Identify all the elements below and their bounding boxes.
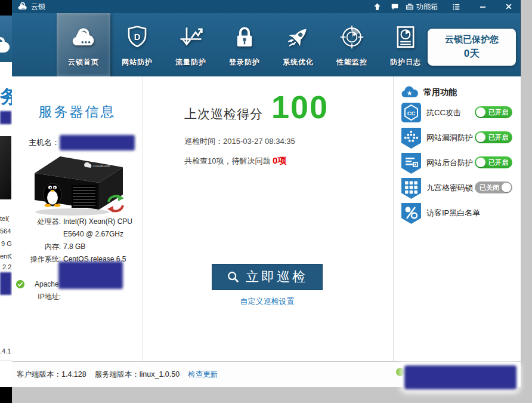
cloud-lock-icon: [18, 2, 27, 11]
tab-protection-logs[interactable]: 防护日志: [379, 13, 432, 76]
cloud-lock-icon: [0, 42, 10, 53]
backend-shield-icon: [401, 153, 421, 174]
desktop-background: [521, 0, 532, 403]
feature-ip-blacklist-whitelist[interactable]: 访客IP黑白名单: [394, 202, 521, 226]
tab-system-optimization[interactable]: 系统优化: [271, 13, 325, 76]
cc-attack-icon: CC: [401, 103, 421, 122]
feature-anti-cc[interactable]: CC 抗CC攻击 已开启: [394, 101, 521, 125]
magnifier-icon: [227, 270, 240, 284]
quick-functions-panel: ★ 常用功能 CC 抗CC攻击 已开启: [393, 76, 521, 361]
inspection-panel: 上次巡检得分 100 巡检时间：2015-03-27 08:34:35 共检查1…: [144, 76, 392, 361]
close-button[interactable]: [501, 1, 516, 13]
feedback-chat-icon[interactable]: [387, 1, 403, 13]
score-value: 100: [271, 91, 329, 123]
badge-days: 0天: [464, 47, 480, 60]
cloud-star-icon: ★: [401, 86, 419, 99]
tab-label: 系统优化: [283, 57, 314, 67]
inspection-summary: 共检查10项，待解决问题 0项: [184, 155, 286, 167]
tab-website-protection[interactable]: D 网站防护: [110, 13, 164, 76]
tab-label: 网站防护: [122, 57, 153, 67]
cpu-row: 处理器: Intel(R) Xeon(R) CPU E5640 @ 2.67GH…: [17, 216, 139, 241]
memory-label: 内存:: [17, 241, 61, 253]
feature-pattern-lock[interactable]: 九宫格密码锁 已关闭: [394, 177, 521, 201]
toggle-pattern-lock[interactable]: 已关闭: [475, 181, 512, 193]
tab-login-protection[interactable]: 登录防护: [218, 13, 271, 76]
toggle-knob: [476, 158, 485, 167]
tab-home[interactable]: 云锁首页: [57, 13, 110, 76]
tab-label: 防护日志: [390, 57, 421, 67]
feature-vulnerability-protection[interactable]: 网站漏洞防护 已开启: [394, 127, 521, 150]
server-detail-rows: 处理器: Intel(R) Xeon(R) CPU E5640 @ 2.67GH…: [17, 216, 139, 303]
background-window-navbar: [0, 16, 12, 62]
statusbar: 客户端版本：1.4.128服务端版本：linux_1.0.50检查更新: [12, 361, 521, 387]
statusbar-redaction-box: [404, 365, 516, 389]
memory-value: 7.8 GB: [63, 241, 139, 253]
toggle-knob: [502, 183, 511, 192]
cpu-value: Intel(R) Xeon(R) CPU E5640 @ 2.67GHz: [63, 216, 139, 241]
background-window-fragment: .4.1: [0, 347, 11, 355]
protection-days-badge: 云锁已保护您 0天: [428, 29, 516, 66]
pending-issues-count: 0项: [273, 155, 286, 165]
radar-icon: [339, 21, 364, 53]
toolbox-button[interactable]: 功能箱: [405, 1, 438, 13]
server-info-title: 服务器信息: [12, 103, 143, 121]
toggle-knob: [476, 107, 485, 117]
feature-label: 九宫格密码锁: [426, 183, 473, 193]
svg-text:D: D: [134, 32, 141, 42]
quick-functions-title: 常用功能: [423, 87, 457, 98]
server-version: linux_1.0.50: [140, 370, 180, 379]
titlebar-buttons: 功能箱: [369, 1, 520, 13]
divider: [0, 361, 12, 361]
tab-traffic-protection[interactable]: 流量防护: [164, 13, 218, 76]
padlock-icon: [232, 21, 257, 53]
minimize-button[interactable]: [475, 1, 490, 13]
background-window-fragment: entC: [0, 253, 12, 260]
check-update-link[interactable]: 检查更新: [188, 370, 218, 379]
toolbox-icon: [405, 2, 415, 11]
feature-label: 网站后台防护: [426, 158, 473, 168]
scan-button-label: 立即巡检: [246, 268, 308, 286]
redaction-box: [0, 272, 11, 295]
tab-label: 云锁首页: [68, 57, 99, 67]
content-area: 服务器信息 主机名： CloudLock: [12, 76, 521, 361]
cpu-label: 处理器:: [17, 216, 61, 241]
tab-performance-monitor[interactable]: 性能监控: [325, 13, 379, 76]
score-label: 上次巡检得分: [184, 106, 263, 122]
ip-row: IP地址:: [17, 291, 139, 303]
shield-d-icon: D: [125, 21, 150, 53]
toggle-backend-protection[interactable]: 已开启: [475, 156, 512, 168]
scan-now-button[interactable]: 立即巡检: [212, 264, 323, 290]
feature-label: 访客IP黑白名单: [426, 208, 480, 219]
pattern-grid-icon: [401, 178, 421, 199]
background-server-image: [0, 136, 11, 199]
hostname-label: 主机名：: [29, 137, 60, 148]
custom-scan-settings-link[interactable]: 自定义巡检设置: [212, 296, 323, 307]
background-window-fragment: 564: [0, 227, 11, 235]
desktop-background: [12, 387, 532, 403]
badge-text: 云锁已保护您: [445, 34, 499, 45]
titlebar[interactable]: 云锁 功能箱: [12, 0, 520, 13]
memory-row: 内存: 7.8 GB: [17, 241, 139, 253]
log-document-icon: [393, 21, 418, 53]
toolbox-label: 功能箱: [416, 2, 438, 12]
toggle-anti-cc[interactable]: 已开启: [475, 106, 512, 118]
upgrade-arrow-icon[interactable]: [369, 1, 385, 13]
redaction-box: [0, 111, 11, 124]
toggle-vulnerability-protection[interactable]: 已开启: [475, 131, 512, 143]
status-green-dot: [396, 368, 404, 376]
background-window-fragment: 9 G: [1, 240, 12, 247]
feature-backend-protection[interactable]: 网站后台防护 已开启: [394, 152, 521, 176]
vulnerability-shield-icon: [401, 128, 421, 149]
svg-text:CloudLock: CloudLock: [93, 164, 110, 168]
server-illustration: CloudLock: [27, 152, 130, 217]
rocket-icon: [286, 21, 311, 53]
inspection-time: 巡检时间：2015-03-27 08:34:35: [184, 136, 295, 147]
cloud-lock-icon: [71, 21, 96, 53]
svg-text:CC: CC: [407, 110, 416, 116]
menu-icon[interactable]: [449, 1, 464, 13]
tab-label: 性能监控: [336, 57, 367, 67]
hostname-redaction-box: [60, 135, 135, 150]
ip-label: IP地址:: [17, 291, 61, 303]
feature-label: 网站漏洞防护: [426, 133, 473, 143]
traffic-arrows-icon: [178, 21, 203, 53]
